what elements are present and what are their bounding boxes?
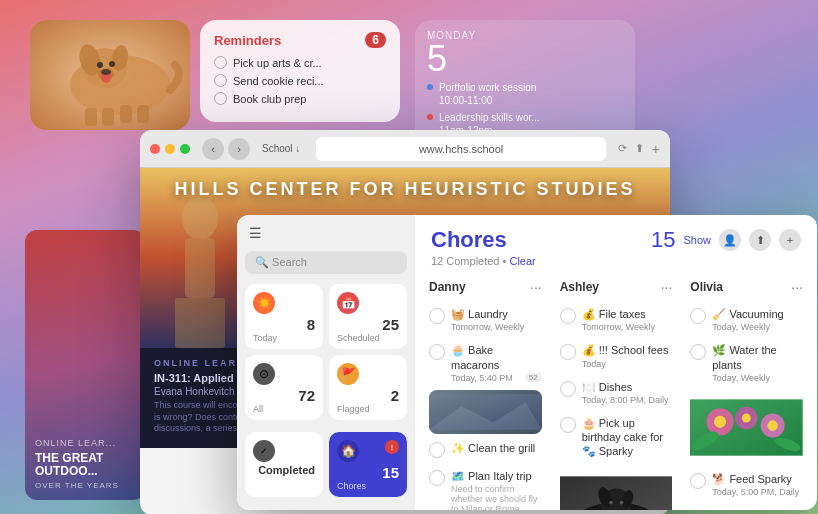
laundry-body: 🧺 Laundry Tomorrow, Weekly [451,307,542,332]
olivia-column: Olivia ··· 🧹 Vacuuming Today, Weekly 🌿 W… [684,275,809,502]
ashley-task-taxes[interactable]: 💰 File taxes Tomorrow, Weekly [554,303,679,336]
school-fees-checkbox[interactable] [560,344,576,360]
water-plants-title: 🌿 Water the plants [712,343,803,372]
flagged-count: 2 [337,387,399,404]
widget-reminders-top[interactable]: Reminders 6 Pick up arts & cr... Send co… [200,20,400,122]
ashley-task-birthday-cake[interactable]: 🎂 Pick up birthday cake for 🐾 Sparky [554,412,679,463]
add-person-button[interactable]: 👤 [719,229,741,251]
laundry-checkbox[interactable] [429,308,445,324]
birthday-cake-checkbox[interactable] [560,417,576,433]
browser-address-bar[interactable]: www.hchs.school [316,137,605,161]
share-button[interactable]: ⬆ [749,229,771,251]
svg-rect-11 [102,108,114,126]
olivia-title: Olivia [690,280,723,294]
hamburger-icon[interactable]: ☰ [249,225,262,241]
smart-list-completed[interactable]: ✓ Completed [245,432,323,497]
water-plants-body: 🌿 Water the plants Today, Weekly [712,343,803,383]
browser-add-tab-icon[interactable]: + [652,141,660,157]
ashley-task-school-fees[interactable]: 💰 !!! School fees Today [554,339,679,372]
browser-traffic-lights[interactable] [150,144,190,154]
feed-sparky-sub: Today, 5:00 PM, Daily [712,487,803,497]
grill-title: ✨ Clean the grill [451,441,542,455]
macarons-checkbox[interactable] [429,344,445,360]
browser-close-button[interactable] [150,144,160,154]
browser-minimize-button[interactable] [165,144,175,154]
italy-note: Need to confirm whether we should fly to… [451,484,542,510]
add-button[interactable]: + [779,229,801,251]
water-plants-checkbox[interactable] [690,344,706,360]
danny-task-laundry[interactable]: 🧺 Laundry Tomorrow, Weekly [423,303,548,336]
smart-list-today[interactable]: ☀️ 8 Today [245,284,323,349]
smart-list-flagged[interactable]: 🚩 2 Flagged [329,355,407,420]
reminder-item-2[interactable]: Send cookie reci... [214,74,386,87]
italy-title: 🗺️ Plan Italy trip [451,469,542,483]
dishes-checkbox[interactable] [560,381,576,397]
feed-sparky-title: 🐕 Feed Sparky [712,472,803,486]
browser-share-icon[interactable]: ⬆ [635,142,644,155]
macarons-image [429,390,542,434]
birthday-cake-body: 🎂 Pick up birthday cake for 🐾 Sparky [582,416,673,459]
all-label: All [253,404,315,414]
macarons-sub: Today, 5:40 PM 52 [451,373,542,383]
widget-reminders-count: 6 [365,32,386,48]
laundry-sub: Tomorrow, Weekly [451,322,542,332]
dishes-sub: Today, 8:00 PM, Daily [582,395,673,405]
calendar-day-label: MONDAY [427,30,623,41]
danny-more-icon[interactable]: ··· [530,279,542,295]
reminder-text-2: Send cookie reci... [233,75,324,87]
browser-toolbar[interactable]: ‹ › School ↓ www.hchs.school ⟳ ⬆ + [140,130,670,168]
browser-navigation[interactable]: ‹ › [202,138,250,160]
browser-tab-label: School ↓ [258,143,304,154]
smart-list-all[interactable]: ⊙ 72 All [245,355,323,420]
olivia-task-feed-sparky[interactable]: 🐕 Feed Sparky Today, 5:00 PM, Daily [684,468,809,501]
olivia-task-vacuuming[interactable]: 🧹 Vacuuming Today, Weekly [684,303,809,336]
reminder-item-3[interactable]: Book club prep [214,92,386,105]
olivia-task-water-plants[interactable]: 🌿 Water the plants Today, Weekly [684,339,809,387]
birthday-cake-title: 🎂 Pick up birthday cake for 🐾 Sparky [582,416,673,459]
reminders-search-bar[interactable]: 🔍 Search [245,251,407,274]
vacuuming-checkbox[interactable] [690,308,706,324]
svg-point-6 [109,61,115,67]
scheduled-icon: 📅 [337,292,359,314]
browser-maximize-button[interactable] [180,144,190,154]
clear-link[interactable]: Clear [509,255,535,267]
smart-list-scheduled[interactable]: 📅 25 Scheduled [329,284,407,349]
flagged-label: Flagged [337,404,399,414]
reminders-main-title: Chores [431,227,536,253]
danny-task-macarons[interactable]: 🧁 Bake macarons Today, 5:40 PM 52 [423,339,548,387]
laundry-title: 🧺 Laundry [451,307,542,321]
ashley-more-icon[interactable]: ··· [661,279,673,295]
show-link[interactable]: Show [683,234,711,246]
browser-back-button[interactable]: ‹ [202,138,224,160]
vacuuming-body: 🧹 Vacuuming Today, Weekly [712,307,803,332]
smart-list-chores[interactable]: 🏠 ! 15 Chores [329,432,407,497]
browser-reload-icon[interactable]: ⟳ [618,142,627,155]
scheduled-count: 25 [337,316,399,333]
flagged-icon: 🚩 [337,363,359,385]
reminders-sidebar[interactable]: ☰ 🔍 Search ☀️ 8 Today 📅 25 Scheduled ⊙ 7… [237,215,415,510]
completed-label: Completed [253,464,315,476]
chores-count: 15 [337,464,399,481]
danny-task-grill[interactable]: ✨ Clean the grill [423,437,548,462]
chores-label: Chores [337,481,399,491]
grill-checkbox[interactable] [429,442,445,458]
feed-sparky-checkbox[interactable] [690,473,706,489]
browser-forward-button[interactable]: › [228,138,250,160]
feed-sparky-body: 🐕 Feed Sparky Today, 5:00 PM, Daily [712,472,803,497]
italy-checkbox[interactable] [429,470,445,486]
taxes-checkbox[interactable] [560,308,576,324]
calendar-event-1: Portfolio work session 10:00-11:00 [427,81,623,107]
svg-point-27 [619,501,623,505]
all-icon: ⊙ [253,363,275,385]
calendar-event-dot-1 [427,84,433,90]
svg-rect-13 [137,105,149,123]
my-lists-title: My Lists [245,509,407,510]
vacuuming-sub: Today, Weekly [712,322,803,332]
danny-task-italy[interactable]: 🗺️ Plan Italy trip Need to confirm wheth… [423,465,548,510]
reminders-main-header: Chores 12 Completed • Clear 15 Show 👤 ⬆ … [415,215,817,275]
ashley-task-dishes[interactable]: 🍽️ Dishes Today, 8:00 PM, Daily [554,376,679,409]
reminder-item-1[interactable]: Pick up arts & cr... [214,56,386,69]
great-outdoors-card: ONLINE LEAR... THE GREATOUTDOO... OVER T… [25,230,145,500]
olivia-more-icon[interactable]: ··· [791,279,803,295]
today-label: Today [253,333,315,343]
